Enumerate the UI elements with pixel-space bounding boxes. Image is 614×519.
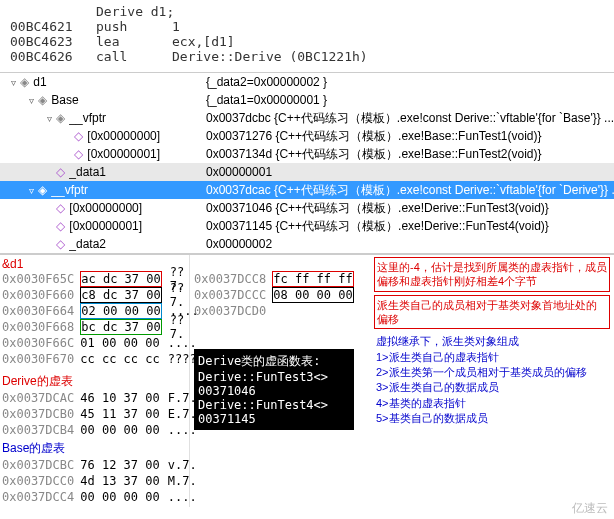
node-name: __vfptr	[51, 183, 88, 197]
tree-row[interactable]: ▿◈ Base{_data1=0x00000001 }	[0, 91, 614, 109]
node-value: 0x0037134d {C++代码练习（模板）.exe!Base::FunTes…	[206, 146, 614, 163]
memory-row: 0x0037DCC400 00 00 00....	[2, 489, 187, 505]
annot-line: 1>派生类自己的虚表指针	[376, 350, 608, 365]
mem-bytes: 46 10 37 00	[80, 391, 159, 405]
mem-addr: 0x0030F66C	[2, 336, 80, 350]
memory-row: 0x0037DCD0	[194, 303, 366, 319]
console-output: Derive类的虚函数表: Derive::FunTest3<>00371046…	[194, 349, 354, 430]
expand-icon[interactable]: ▿	[8, 77, 18, 88]
mem-addr: 0x0037DCD0	[194, 304, 272, 318]
mem-addr: 0x0030F65C	[2, 272, 80, 286]
console-line: 00371046	[198, 384, 350, 398]
node-icon: ◈	[54, 112, 66, 124]
mem-bytes: fc ff ff ff	[272, 271, 353, 287]
node-icon: ◈	[36, 184, 48, 196]
memory-row: 0x0030F66402 00 00 00....	[2, 303, 187, 319]
node-icon: ◇	[72, 130, 84, 142]
operand: 1	[172, 19, 604, 34]
mnemonic: push	[96, 19, 156, 34]
mem-bytes: 4d 13 37 00	[80, 474, 159, 488]
tree-row[interactable]: ▿◈ __vfptr0x0037dcac {C++代码练习（模板）.exe!co…	[0, 181, 614, 199]
console-line: Derive::FunTest4<>	[198, 398, 350, 412]
mnemonic: call	[96, 49, 156, 64]
mem-addr: 0x0037DCC0	[2, 474, 80, 488]
mem-addr: 0x0037DCC8	[194, 272, 272, 286]
node-name: __vfptr	[69, 111, 106, 125]
disassembly-pane: Derive d1; 00BC4621push100BC4623leaecx,[…	[0, 0, 614, 72]
mem-bytes: 08 00 00 00	[272, 287, 353, 303]
node-value: {_data2=0x00000002 }	[206, 75, 614, 89]
node-value: {_data1=0x00000001 }	[206, 93, 614, 107]
memory-row: 0x0037DCC04d 13 37 00M.7.	[2, 473, 187, 489]
memory-row: 0x0030F668bc dc 37 00??7.	[2, 319, 187, 335]
expand-icon[interactable]: ▿	[26, 185, 36, 196]
node-name: d1	[33, 75, 46, 89]
node-value: 0x0037dcac {C++代码练习（模板）.exe!const Derive…	[206, 182, 614, 199]
watermark: 亿速云	[572, 500, 608, 517]
memory-panels: &d1 0x0030F65Cac dc 37 00??7.0x0030F660c…	[0, 254, 614, 507]
mem-addr: 0x0037DCCC	[194, 288, 272, 302]
addr: 00BC4623	[10, 34, 80, 49]
tree-row[interactable]: ◇ [0x00000000]0x00371046 {C++代码练习（模板）.ex…	[0, 199, 614, 217]
addr: 00BC4621	[10, 19, 80, 34]
label-derive-vtable: Derive的虚表	[2, 373, 187, 390]
console-line: Derive::FunTest3<>	[198, 370, 350, 384]
mem-addr: 0x0037DCAC	[2, 391, 80, 405]
node-icon: ◈	[18, 76, 30, 88]
tree-row[interactable]: ▿◈ __vfptr0x0037dcbc {C++代码练习（模板）.exe!co…	[0, 109, 614, 127]
node-value: 0x00371145 {C++代码练习（模板）.exe!Derive::FunT…	[206, 218, 614, 235]
memory-row: 0x0037DCB045 11 37 00E.7.	[2, 406, 187, 422]
tree-row[interactable]: ◇ [0x00000001]0x00371145 {C++代码练习（模板）.ex…	[0, 217, 614, 235]
node-value: 0x00371276 {C++代码练习（模板）.exe!Base::FunTes…	[206, 128, 614, 145]
label-base-vtable: Base的虚表	[2, 440, 187, 457]
annot-line: 5>基类自己的数据成员	[376, 411, 608, 426]
annotation-box-2: 派生类自己的成员相对于基类对象首地址处的偏移	[374, 295, 610, 330]
memory-row: 0x0037DCBC76 12 37 00v.7.	[2, 457, 187, 473]
node-value: 0x00000001	[206, 165, 614, 179]
mem-bytes: 02 00 00 00	[80, 303, 161, 319]
mem-bytes: 01 00 00 00	[80, 336, 159, 350]
mem-bytes: 76 12 37 00	[80, 458, 159, 472]
mnemonic: lea	[96, 34, 156, 49]
operand: Derive::Derive (0BC1221h)	[172, 49, 604, 64]
node-name: [0x00000001]	[87, 147, 160, 161]
annot-line: 2>派生类第一个成员相对于基类成员的偏移	[376, 365, 608, 380]
tree-row[interactable]: ◇ [0x00000000]0x00371276 {C++代码练习（模板）.ex…	[0, 127, 614, 145]
mem-bytes: 00 00 00 00	[80, 490, 159, 504]
operand: ecx,[d1]	[172, 34, 604, 49]
mem-label-d1: &d1	[2, 257, 187, 271]
node-icon: ◇	[54, 202, 66, 214]
node-name: _data2	[69, 237, 106, 251]
memory-row: 0x0030F670cc cc cc cc????	[2, 351, 187, 367]
mem-addr: 0x0037DCC4	[2, 490, 80, 504]
node-name: _data1	[69, 165, 106, 179]
mem-addr: 0x0037DCB0	[2, 407, 80, 421]
watch-tree[interactable]: ▿◈ d1{_data2=0x00000002 }▿◈ Base{_data1=…	[0, 73, 614, 253]
mem-bytes: c8 dc 37 00	[80, 287, 161, 303]
annot-line: 3>派生类自己的数据成员	[376, 380, 608, 395]
tree-row[interactable]: ◇ _data10x00000001	[0, 163, 614, 181]
node-name: [0x00000000]	[69, 201, 142, 215]
expand-icon[interactable]: ▿	[44, 113, 54, 124]
tree-row[interactable]: ◇ _data20x00000002	[0, 235, 614, 253]
mem-bytes: cc cc cc cc	[80, 352, 159, 366]
node-icon: ◇	[54, 220, 66, 232]
addr: 00BC4626	[10, 49, 80, 64]
node-value: 0x0037dcbc {C++代码练习（模板）.exe!const Derive…	[206, 110, 614, 127]
memory-row: 0x0030F660c8 dc 37 00??7.	[2, 287, 187, 303]
mem-addr: 0x0030F668	[2, 320, 80, 334]
mem-addr: 0x0037DCBC	[2, 458, 80, 472]
tree-row[interactable]: ▿◈ d1{_data2=0x00000002 }	[0, 73, 614, 91]
annotation-blue: 虚拟继承下，派生类对象组成 1>派生类自己的虚表指针2>派生类第一个成员相对于基…	[374, 332, 610, 428]
node-name: [0x00000000]	[87, 129, 160, 143]
tree-row[interactable]: ◇ [0x00000001]0x0037134d {C++代码练习（模板）.ex…	[0, 145, 614, 163]
mem-bytes: bc dc 37 00	[80, 319, 161, 335]
expand-icon[interactable]: ▿	[26, 95, 36, 106]
memory-row: 0x0037DCC8fc ff ff ff	[194, 271, 366, 287]
memory-row: 0x0037DCCC08 00 00 00	[194, 287, 366, 303]
node-icon: ◇	[54, 166, 66, 178]
mem-addr: 0x0030F664	[2, 304, 80, 318]
console-line: 00371145	[198, 412, 350, 426]
mem-addr: 0x0030F660	[2, 288, 80, 302]
node-value: 0x00371046 {C++代码练习（模板）.exe!Derive::FunT…	[206, 200, 614, 217]
